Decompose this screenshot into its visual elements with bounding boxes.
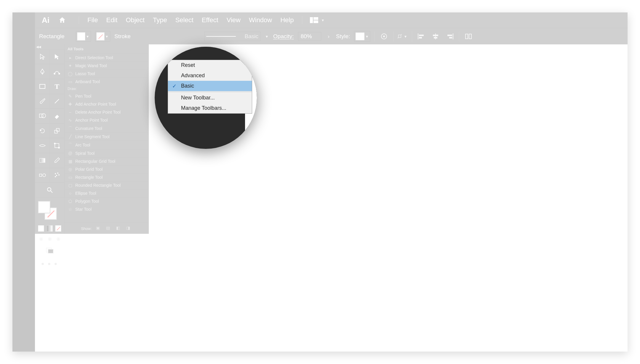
zoom-lens: ≡ Reset Advanced Basic New Toolbar... Ma… bbox=[155, 47, 257, 149]
menu-item-reset[interactable]: Reset bbox=[168, 60, 252, 70]
menu-item-advanced[interactable]: Advanced bbox=[168, 70, 252, 81]
menu-item-basic[interactable]: Basic bbox=[168, 81, 252, 91]
menu-item-manage-toolbars[interactable]: Manage Toolbars... bbox=[168, 103, 252, 113]
menu-item-new-toolbar[interactable]: New Toolbar... bbox=[168, 93, 252, 103]
dim-overlay bbox=[12, 12, 628, 352]
toolbar-flyout-menu: Reset Advanced Basic New Toolbar... Mana… bbox=[168, 60, 252, 114]
